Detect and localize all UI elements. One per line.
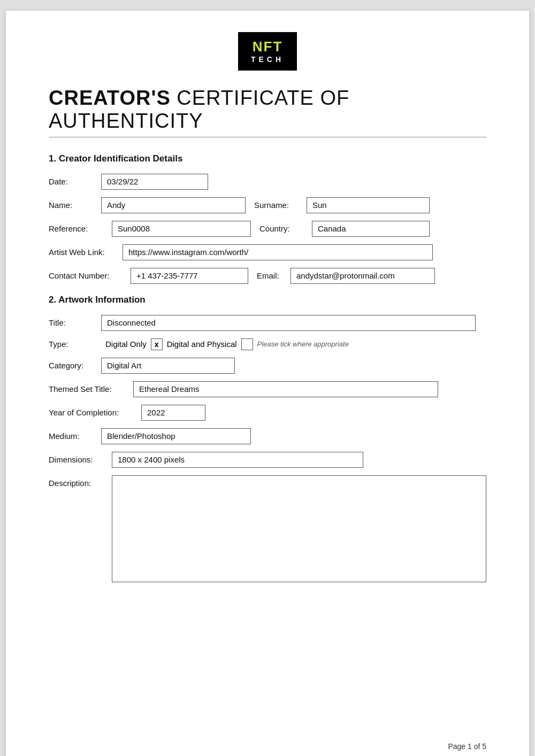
section1-heading: 1. Creator Identification Details <box>49 153 486 164</box>
logo-tech-text: TECH <box>251 55 284 64</box>
description-group: Description: <box>49 475 486 582</box>
date-group: Date: 03/29/22 <box>49 174 486 190</box>
name-pair: Name: Andy <box>49 197 246 213</box>
page-number: Page 1 of 5 <box>448 742 486 751</box>
weblink-field[interactable]: https://www.instagram.com/worth/ <box>123 244 433 260</box>
reference-row: Reference: Sun0008 Country: Canada <box>49 221 486 237</box>
section2: 2. Artwork Information Title: Disconnect… <box>49 295 486 582</box>
logo-container: NFT TECH <box>49 32 486 71</box>
weblink-group: Artist Web Link: https://www.instagram.c… <box>49 244 486 260</box>
category-label: Category: <box>49 361 97 370</box>
digital-physical-checkbox[interactable] <box>241 338 253 350</box>
country-pair: Country: Canada <box>259 221 430 237</box>
type-label: Type: <box>49 340 97 349</box>
description-label: Description: <box>49 475 108 488</box>
name-row: Name: Andy Surname: Sun <box>49 197 486 213</box>
digital-only-text: Digital Only <box>105 340 147 349</box>
name-field[interactable]: Andy <box>101 197 246 213</box>
contact-pair: Contact Number: +1 437-235-7777 <box>49 268 248 284</box>
logo-box: NFT TECH <box>238 32 297 71</box>
medium-field[interactable]: Blender/Photoshop <box>101 428 251 444</box>
category-group: Category: Digital Art <box>49 358 486 374</box>
date-field[interactable]: 03/29/22 <box>101 174 208 190</box>
dimensions-label: Dimensions: <box>49 455 108 464</box>
year-group: Year of Completion: 2022 <box>49 405 486 421</box>
title-divider <box>49 137 486 137</box>
artwork-title-label: Title: <box>49 318 97 327</box>
reference-pair: Reference: Sun0008 <box>49 221 251 237</box>
digital-only-checkbox[interactable]: x <box>151 338 163 350</box>
type-row: Type: Digital Only x Digital and Physica… <box>49 338 486 350</box>
dimensions-field[interactable]: 1800 x 2400 pixels <box>112 452 363 468</box>
title-bold: CREATOR'S <box>49 87 171 109</box>
themed-group: Themed Set Title: Ethereal Dreams <box>49 381 486 397</box>
contact-label: Contact Number: <box>49 271 126 280</box>
section1: 1. Creator Identification Details Date: … <box>49 153 486 284</box>
surname-label: Surname: <box>254 200 302 210</box>
checkbox-tick: x <box>155 340 159 349</box>
themed-label: Themed Set Title: <box>49 384 129 394</box>
page: NFT TECH CREATOR'S CERTIFICATE OF AUTHEN… <box>6 11 529 756</box>
country-label: Country: <box>259 224 308 233</box>
medium-label: Medium: <box>49 431 97 441</box>
email-label: Email: <box>257 271 286 280</box>
contact-field[interactable]: +1 437-235-7777 <box>131 268 248 284</box>
country-field[interactable]: Canada <box>312 221 430 237</box>
dimensions-group: Dimensions: 1800 x 2400 pixels <box>49 452 486 468</box>
surname-pair: Surname: Sun <box>254 197 430 213</box>
date-label: Date: <box>49 177 97 186</box>
themed-field[interactable]: Ethereal Dreams <box>133 381 438 397</box>
description-field[interactable] <box>112 475 486 582</box>
year-field[interactable]: 2022 <box>141 405 205 421</box>
reference-label: Reference: <box>49 224 108 233</box>
artwork-title-field[interactable]: Disconnected <box>101 315 476 331</box>
weblink-label: Artist Web Link: <box>49 248 118 257</box>
email-field[interactable]: andydstar@protonmail.com <box>291 268 435 284</box>
main-title: CREATOR'S CERTIFICATE OF AUTHENTICITY <box>49 87 486 133</box>
contact-row: Contact Number: +1 437-235-7777 Email: a… <box>49 268 486 284</box>
surname-field[interactable]: Sun <box>307 197 430 213</box>
logo-nft-text: NFT <box>251 38 284 55</box>
year-label: Year of Completion: <box>49 408 137 417</box>
medium-group: Medium: Blender/Photoshop <box>49 428 486 444</box>
artwork-title-group: Title: Disconnected <box>49 315 486 331</box>
email-pair: Email: andydstar@protonmail.com <box>257 268 435 284</box>
name-label: Name: <box>49 200 97 210</box>
section2-heading: 2. Artwork Information <box>49 295 486 305</box>
category-field[interactable]: Digital Art <box>101 358 235 374</box>
tick-note: Please tick where appropriate <box>257 340 349 348</box>
reference-field[interactable]: Sun0008 <box>112 221 251 237</box>
digital-physical-text: Digital and Physical <box>167 340 237 349</box>
